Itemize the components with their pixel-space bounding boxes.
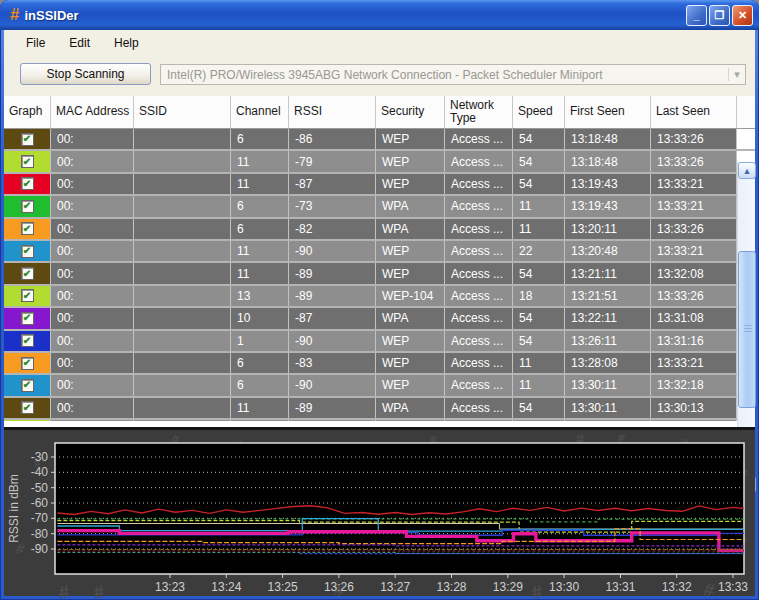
- table-row[interactable]: ✔00:6-83WEPAccess ...1113:28:0813:33:21: [4, 353, 755, 375]
- graph-checkbox[interactable]: ✔: [21, 222, 34, 235]
- cell-first-seen: 13:30:11: [565, 375, 651, 395]
- column-header-mac-address[interactable]: MAC Address: [51, 96, 134, 128]
- cell-security: WPA: [376, 308, 445, 328]
- cell-network-type: Access ...: [445, 375, 513, 395]
- menu-item-file[interactable]: File: [14, 33, 57, 53]
- cell-rssi: -90: [289, 331, 376, 351]
- scrollbar-thumb[interactable]: [738, 251, 756, 408]
- table-row-partial: [4, 420, 755, 421]
- cell-speed: 11: [513, 219, 565, 239]
- graph-checkbox[interactable]: ✔: [21, 379, 34, 392]
- cell-network-type: Access ...: [445, 174, 513, 194]
- cell-mac: 00:: [51, 308, 134, 328]
- cell-last-seen: 13:33:21: [651, 196, 737, 216]
- cell-security: WEP-104: [376, 286, 445, 306]
- client-area: FileEditHelp Stop Scanning Intel(R) PRO/…: [4, 30, 755, 596]
- maximize-button[interactable]: ❐: [709, 5, 730, 26]
- graph-checkbox[interactable]: ✔: [21, 267, 34, 280]
- table-row[interactable]: ✔00:13-89WEP-104Access ...1813:21:5113:3…: [4, 286, 755, 308]
- graph-checkbox[interactable]: ✔: [21, 200, 34, 213]
- minimize-button[interactable]: _: [686, 5, 707, 26]
- cell-speed: 54: [513, 129, 565, 149]
- cell-partial: [513, 420, 565, 421]
- toolbar: Stop Scanning Intel(R) PRO/Wireless 3945…: [4, 56, 755, 94]
- table-row[interactable]: ✔00:11-79WEPAccess ...5413:18:4813:33:26: [4, 151, 755, 173]
- cell-security: WEP: [376, 151, 445, 171]
- column-header-first-seen[interactable]: First Seen: [565, 96, 651, 128]
- column-header-graph[interactable]: Graph: [4, 96, 51, 128]
- table-row[interactable]: ✔00:1-90WEPAccess ...5413:26:1113:31:16: [4, 331, 755, 353]
- graph-checkbox[interactable]: ✔: [21, 334, 34, 347]
- table-row[interactable]: ✔00:6-73WPAAccess ...1113:19:4313:33:21: [4, 196, 755, 218]
- cell-rssi: -87: [289, 308, 376, 328]
- svg-text:13:31: 13:31: [605, 580, 635, 594]
- svg-text:-40: -40: [31, 465, 49, 479]
- graph-checkbox[interactable]: ✔: [21, 245, 34, 258]
- column-header-channel[interactable]: Channel: [231, 96, 289, 128]
- cell-speed: 54: [513, 308, 565, 328]
- title-bar[interactable]: # inSSIDer _ ❐ ✕: [0, 0, 759, 30]
- svg-text:13:25: 13:25: [268, 580, 298, 594]
- graph-color-cell: ✔: [4, 286, 51, 306]
- cell-security: WPA: [376, 219, 445, 239]
- cell-network-type: Access ...: [445, 308, 513, 328]
- table-row[interactable]: ✔00:11-90WEPAccess ...2213:20:4813:33:21: [4, 241, 755, 263]
- column-header-rssi[interactable]: RSSI: [289, 96, 376, 128]
- scrollbar-grip: [744, 325, 752, 334]
- graph-color-cell: ✔: [4, 331, 51, 351]
- graph-checkbox[interactable]: ✔: [21, 155, 34, 168]
- graph-color-cell: [4, 420, 51, 421]
- svg-text:13:27: 13:27: [380, 580, 410, 594]
- svg-text:-90: -90: [31, 542, 49, 556]
- cell-speed: 54: [513, 331, 565, 351]
- graph-checkbox[interactable]: ✔: [21, 312, 34, 325]
- cell-security: WEP: [376, 129, 445, 149]
- menu-item-help[interactable]: Help: [102, 33, 151, 53]
- graph-checkbox[interactable]: ✔: [21, 401, 34, 414]
- column-header-ssid[interactable]: SSID: [134, 96, 231, 128]
- cell-speed: 54: [513, 398, 565, 418]
- svg-text:13:29: 13:29: [493, 580, 523, 594]
- table-row[interactable]: ✔00:11-89WEPAccess ...5413:21:1113:32:08: [4, 263, 755, 285]
- cell-mac: 00:: [51, 151, 134, 171]
- graph-checkbox[interactable]: ✔: [21, 289, 34, 302]
- cell-first-seen: 13:20:48: [565, 241, 651, 261]
- close-button[interactable]: ✕: [732, 5, 753, 26]
- graph-checkbox[interactable]: ✔: [21, 357, 34, 370]
- table-row[interactable]: ✔00:10-87WPAAccess ...5413:22:1113:31:08: [4, 308, 755, 330]
- table-row[interactable]: ✔00:6-82WPAAccess ...1113:20:1113:33:26: [4, 219, 755, 241]
- column-header-network-type[interactable]: Network Type: [445, 96, 513, 128]
- cell-security: WEP: [376, 353, 445, 373]
- table-row[interactable]: ✔00:6-90WEPAccess ...1113:30:1113:32:18: [4, 375, 755, 397]
- column-header-security[interactable]: Security: [376, 96, 445, 128]
- cell-channel: 6: [231, 375, 289, 395]
- cell-last-seen: 13:33:26: [651, 286, 737, 306]
- scroll-up-icon[interactable]: ▲: [738, 162, 756, 179]
- cell-partial: [651, 420, 737, 421]
- svg-text:13:28: 13:28: [436, 580, 466, 594]
- svg-text:RSSI in dBm: RSSI in dBm: [7, 474, 21, 543]
- cell-channel: 11: [231, 174, 289, 194]
- graph-checkbox[interactable]: ✔: [21, 177, 34, 190]
- cell-network-type: Access ...: [445, 263, 513, 283]
- stop-scanning-button[interactable]: Stop Scanning: [20, 63, 151, 85]
- svg-text:13:32: 13:32: [662, 580, 692, 594]
- cell-speed: 11: [513, 353, 565, 373]
- cell-network-type: Access ...: [445, 286, 513, 306]
- cell-speed: 11: [513, 375, 565, 395]
- graph-color-cell: ✔: [4, 375, 51, 395]
- table-row[interactable]: ✔00:11-89WPAAccess ...5413:30:1113:30:13: [4, 398, 755, 420]
- adapter-select[interactable]: Intel(R) PRO/Wireless 3945ABG Network Co…: [160, 64, 746, 85]
- cell-ssid: [134, 151, 231, 171]
- menu-item-edit[interactable]: Edit: [57, 33, 102, 53]
- cell-last-seen: 13:33:21: [651, 174, 737, 194]
- cell-ssid: [134, 219, 231, 239]
- cell-speed: 22: [513, 241, 565, 261]
- graph-checkbox[interactable]: ✔: [21, 133, 34, 146]
- table-row[interactable]: ✔00:6-86WEPAccess ...5413:18:4813:33:26: [4, 129, 755, 151]
- column-header-last-seen[interactable]: Last Seen: [651, 96, 737, 128]
- column-header-speed[interactable]: Speed: [513, 96, 565, 128]
- svg-text:13:30: 13:30: [549, 580, 579, 594]
- cell-partial: [376, 420, 445, 421]
- table-row[interactable]: ✔00:11-87WEPAccess ...5413:19:4313:33:21: [4, 174, 755, 196]
